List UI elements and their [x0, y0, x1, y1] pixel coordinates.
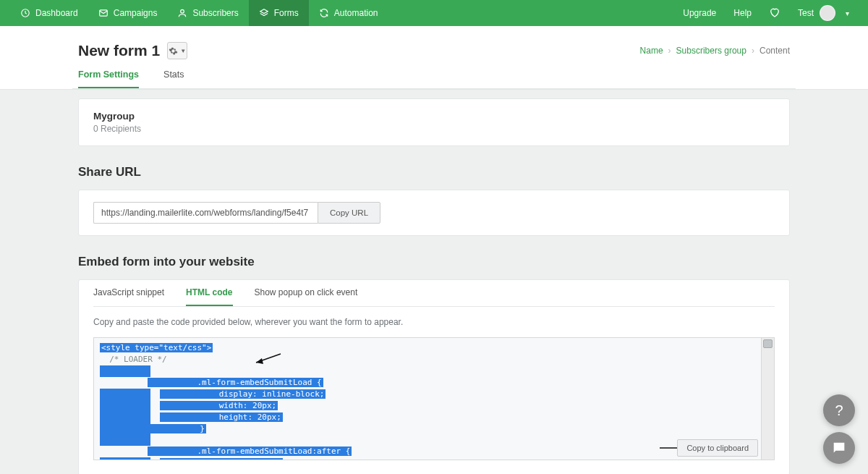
- chat-fab[interactable]: [823, 432, 855, 464]
- nav-label: Dashboard: [35, 8, 78, 18]
- nav-subscribers[interactable]: Subscribers: [167, 0, 248, 26]
- nav-dashboard[interactable]: Dashboard: [10, 0, 88, 26]
- group-name: Mygroup: [93, 111, 775, 122]
- code-line: display: inline-block;: [160, 389, 326, 399]
- help-fab[interactable]: ?: [823, 394, 855, 426]
- nav-label: Forms: [274, 8, 299, 18]
- tab-form-settings[interactable]: Form Settings: [78, 69, 139, 88]
- nav-upgrade[interactable]: Upgrade: [674, 8, 725, 18]
- code-line: content: " ";: [160, 458, 283, 460]
- nav-label: Automation: [334, 8, 378, 18]
- chevron-right-icon: ›: [752, 46, 754, 56]
- embed-tabs: JavaScript snippet HTML code Show popup …: [93, 280, 775, 307]
- layers-icon: [259, 8, 269, 18]
- avatar-icon: [820, 5, 835, 21]
- tab-popup-click[interactable]: Show popup on click event: [255, 280, 358, 306]
- share-url-card: Copy URL: [78, 190, 790, 236]
- question-icon: ?: [835, 402, 843, 419]
- group-card: Mygroup 0 Recipients: [78, 98, 790, 146]
- breadcrumb-name[interactable]: Name: [640, 46, 663, 56]
- nav-forms[interactable]: Forms: [249, 0, 309, 26]
- breadcrumb-content: Content: [760, 46, 790, 56]
- code-line: width: 20px;: [160, 401, 278, 410]
- copy-url-button[interactable]: Copy URL: [318, 202, 380, 224]
- heart-icon[interactable]: [760, 7, 789, 20]
- group-recipients: 0 Recipients: [93, 124, 775, 134]
- nav-left: Dashboard Campaigns Subscribers Forms Au…: [10, 0, 388, 26]
- nav-help[interactable]: Help: [725, 8, 760, 18]
- embed-help-text: Copy and paste the code provided below, …: [93, 317, 775, 327]
- code-textarea[interactable]: <style type="text/css"> /* LOADER */ .ml…: [94, 338, 761, 460]
- copy-to-clipboard-button[interactable]: Copy to clipboard: [677, 439, 758, 457]
- code-line: }: [150, 424, 206, 433]
- breadcrumb-subscribers-group[interactable]: Subscribers group: [676, 46, 746, 56]
- user-icon: [177, 8, 187, 18]
- user-menu[interactable]: Test ▾: [789, 5, 858, 21]
- chevron-down-icon: ▼: [180, 48, 186, 54]
- code-line: .ml-form-embedSubmitLoad {: [148, 378, 323, 387]
- code-line: height: 20px;: [160, 412, 283, 422]
- embed-card: JavaScript snippet HTML code Show popup …: [78, 279, 790, 474]
- chevron-right-icon: ›: [668, 46, 671, 56]
- scrollbar[interactable]: [761, 338, 774, 460]
- chevron-down-icon: ▾: [846, 9, 849, 17]
- page-tabs: Form Settings Stats: [72, 59, 796, 89]
- chat-icon: [831, 440, 847, 456]
- svg-point-2: [181, 9, 184, 13]
- envelope-icon: [98, 8, 109, 18]
- nav-label: Campaigns: [114, 8, 158, 18]
- tab-html-code[interactable]: HTML code: [186, 280, 232, 306]
- gear-icon: [169, 46, 178, 56]
- settings-button[interactable]: ▼: [167, 42, 187, 59]
- tab-js-snippet[interactable]: JavaScript snippet: [93, 280, 164, 306]
- code-line: /* LOADER */: [100, 355, 167, 364]
- nav-automation[interactable]: Automation: [309, 0, 388, 26]
- clock-icon: [20, 8, 30, 18]
- nav-label: Subscribers: [192, 8, 238, 18]
- share-url-input[interactable]: [93, 202, 318, 224]
- nav-campaigns[interactable]: Campaigns: [88, 0, 168, 26]
- code-line: <style type="text/css">: [100, 343, 213, 352]
- share-url-heading: Share URL: [78, 165, 790, 179]
- nav-right: Upgrade Help Test ▾: [674, 0, 858, 26]
- code-line: .ml-form-embedSubmitLoad:after {: [148, 447, 352, 456]
- refresh-icon: [319, 8, 329, 18]
- scrollbar-thumb[interactable]: [763, 339, 773, 348]
- page-header: New form 1 ▼ Name › Subscribers group › …: [72, 26, 796, 59]
- page-title: New form 1: [78, 42, 160, 59]
- breadcrumb: Name › Subscribers group › Content: [640, 46, 790, 56]
- top-navbar: Dashboard Campaigns Subscribers Forms Au…: [0, 0, 868, 26]
- tab-stats[interactable]: Stats: [163, 69, 184, 88]
- embed-heading: Embed form into your website: [78, 255, 790, 269]
- code-block: <style type="text/css"> /* LOADER */ .ml…: [93, 337, 775, 460]
- user-name: Test: [798, 8, 814, 18]
